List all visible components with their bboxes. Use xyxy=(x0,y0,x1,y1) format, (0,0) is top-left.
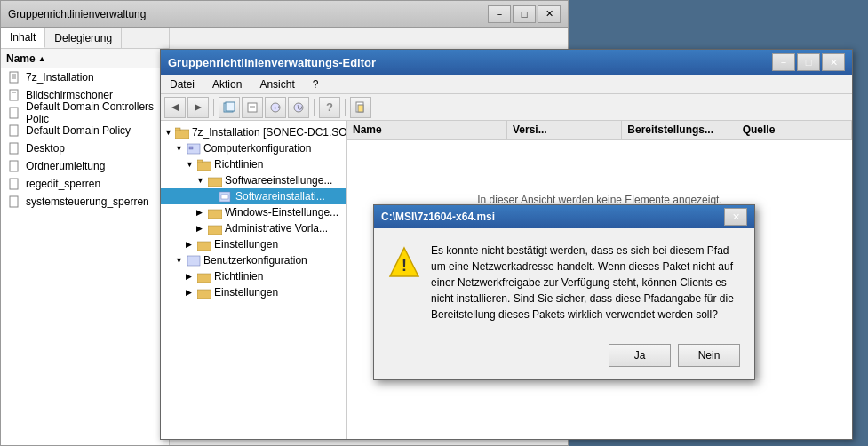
svg-text:!: ! xyxy=(402,257,407,275)
dialog-close-btn[interactable]: ✕ xyxy=(724,208,747,226)
dialog-titlebar: C:\MSI\7z1604-x64.msi ✕ xyxy=(374,205,754,228)
dialog-message: Es konnte nicht bestätigt werden, dass e… xyxy=(431,243,740,323)
dialog-no-btn[interactable]: Nein xyxy=(678,344,740,367)
dialog: C:\MSI\7z1604-x64.msi ✕ ! Es konnte nich… xyxy=(373,204,755,380)
warning-icon: ! xyxy=(388,246,420,278)
dialog-yes-btn[interactable]: Ja xyxy=(609,344,671,367)
dialog-buttons: Ja Nein xyxy=(374,337,754,379)
dialog-overlay: C:\MSI\7z1604-x64.msi ✕ ! Es konnte nich… xyxy=(0,0,868,446)
dialog-title: C:\MSI\7z1604-x64.msi xyxy=(381,211,495,223)
dialog-body: ! Es konnte nicht bestätigt werden, dass… xyxy=(374,228,754,337)
